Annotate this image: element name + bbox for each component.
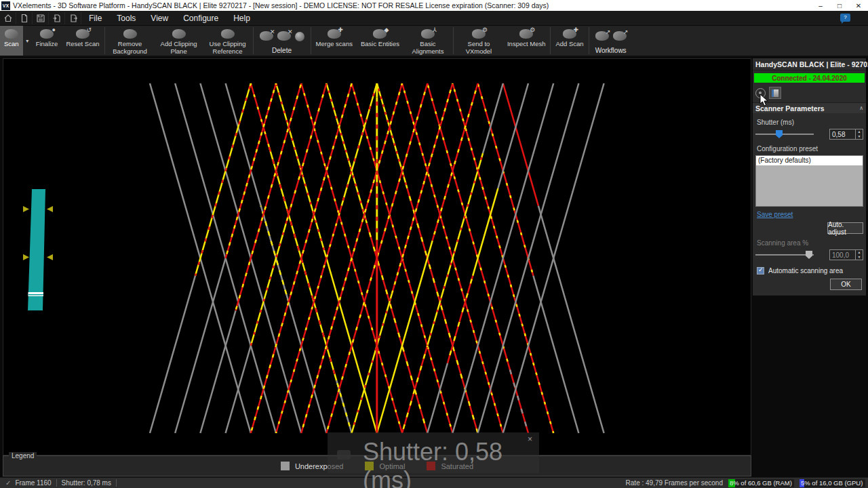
exposure-arrow-left-bottom-icon xyxy=(23,254,29,260)
camera-icon xyxy=(337,450,351,460)
shutter-slider[interactable] xyxy=(755,129,814,139)
shutter-slider-thumb[interactable] xyxy=(776,130,783,138)
hud-close-icon[interactable]: × xyxy=(528,434,532,444)
app-logo: VX xyxy=(1,1,10,10)
menu-tools[interactable]: Tools xyxy=(109,11,143,25)
scan-button[interactable]: Scan xyxy=(0,26,23,56)
merge-scans-button[interactable]: ✚ Merge scans xyxy=(312,26,357,56)
params-chevron-icon: ∧ xyxy=(859,105,863,111)
restore-button[interactable]: □ xyxy=(830,0,849,11)
delete-group-label: Delete xyxy=(272,47,292,54)
menu-bar: File Tools View Configure Help ? xyxy=(0,11,868,26)
scanner-parameters-header[interactable]: Scanner Parameters ∧ xyxy=(753,102,866,113)
scanner-panel: HandySCAN BLACK | Elite - 92702 ∧ Connec… xyxy=(753,58,866,477)
menu-configure[interactable]: Configure xyxy=(176,11,226,25)
send-to-vxmodel-button[interactable]: ⚙ Send to VXmodel xyxy=(454,26,503,56)
home-icon[interactable] xyxy=(0,12,16,24)
workflows-group: ↗ ↗ Workflows xyxy=(590,26,632,56)
finalize-button[interactable]: ● Finalize xyxy=(32,26,62,56)
laser-crosshatch-pattern xyxy=(150,83,604,433)
menu-file[interactable]: File xyxy=(81,11,109,25)
shutter-status: Shutter: 0,78 ms xyxy=(62,479,111,487)
mouse-cursor xyxy=(760,94,768,106)
gpu-gauge: 5% of 16,0 GB (GPU) xyxy=(800,479,865,487)
help-chat-icon[interactable]: ? xyxy=(840,14,850,22)
basic-alignments-button[interactable]: ⅄ Basic Alignments xyxy=(403,26,452,56)
scanning-area-slider xyxy=(755,250,814,260)
workflow-mesh-icon[interactable]: ↗ xyxy=(613,31,627,41)
add-scan-button[interactable]: ✚ Add Scan xyxy=(551,26,587,56)
scanning-area-value-field: 100,0 ▲▼ xyxy=(829,249,863,260)
menu-help[interactable]: Help xyxy=(226,11,258,25)
use-clipping-reference-icon xyxy=(221,29,235,39)
add-scan-icon: ✚ xyxy=(563,29,576,39)
remove-background-button[interactable]: Remove Background xyxy=(106,26,155,56)
reset-scan-button[interactable]: ↺ Reset Scan xyxy=(62,26,103,56)
laser-projection-canvas[interactable] xyxy=(3,59,751,455)
scan-viewport[interactable] xyxy=(3,58,751,455)
add-clipping-plane-button[interactable]: Add Clipping Plane xyxy=(155,26,203,56)
import-session-icon[interactable] xyxy=(49,12,65,24)
scanning-area-thumb xyxy=(806,251,812,259)
finalize-icon: ● xyxy=(40,29,54,39)
preset-listbox[interactable]: (Factory defaults) xyxy=(755,155,863,207)
scan-dropdown-caret[interactable]: ▾ xyxy=(23,26,32,56)
configuration-preset-label: Configuration preset xyxy=(757,145,866,152)
delete-scan-icon[interactable]: ✕ xyxy=(260,31,273,41)
connection-status-badge: Connected - 24.04.2020 xyxy=(754,73,865,83)
menu-view[interactable]: View xyxy=(143,11,176,25)
workspace: Shutter: 0,58 (ms) × Legend Underexposed… xyxy=(0,57,868,488)
delete-sphere-icon[interactable] xyxy=(295,32,304,41)
shutter-value-field[interactable]: 0,58 ▲▼ xyxy=(829,129,863,140)
automatic-scanning-area-checkbox[interactable] xyxy=(757,267,764,274)
scanning-area-spinner: ▲▼ xyxy=(855,250,863,260)
exposure-arrow-right-top-icon xyxy=(47,206,53,212)
basic-alignments-icon: ⅄ xyxy=(421,29,435,39)
shutter-spinner[interactable]: ▲▼ xyxy=(855,129,863,139)
scanner-image-button[interactable] xyxy=(769,87,781,99)
shutter-hud-text: Shutter: 0,58 (ms) xyxy=(363,438,539,488)
auto-adjust-button[interactable]: Auto. adjust xyxy=(827,222,863,234)
workflow-scan-icon[interactable]: ↗ xyxy=(595,31,609,41)
automatic-scanning-area-label: Automatic scanning area xyxy=(768,267,843,274)
exposure-arrow-right-bottom-icon xyxy=(47,254,53,260)
export-session-icon[interactable] xyxy=(65,12,81,24)
title-bar: VX VXelements - 3D Software Platform - H… xyxy=(0,0,868,11)
ribbon-toolbar: Scan ▾ ● Finalize ↺ Reset Scan Remove Ba… xyxy=(0,26,868,57)
scan-icon xyxy=(5,29,18,39)
legend-title: Legend xyxy=(9,452,37,460)
underexposed-swatch xyxy=(281,462,290,470)
status-check-icon: ✓ xyxy=(5,479,11,487)
ram-gauge: 8% of 60,6 GB (RAM) xyxy=(728,479,794,487)
scanner-panel-header[interactable]: HandySCAN BLACK | Elite - 92702 ∧ xyxy=(753,58,866,70)
new-session-icon[interactable] xyxy=(16,12,33,24)
inspect-mesh-icon: ⚙ xyxy=(519,29,533,39)
inspect-mesh-button[interactable]: ⚙ Inspect Mesh xyxy=(503,26,550,56)
add-clipping-plane-icon xyxy=(172,29,186,39)
shutter-hud-overlay: Shutter: 0,58 (ms) × xyxy=(328,432,539,473)
ok-button[interactable]: OK xyxy=(830,279,862,290)
reset-scan-icon: ↺ xyxy=(76,29,90,39)
window-title: VXelements - 3D Software Platform - Hand… xyxy=(13,1,549,9)
delete-points-icon[interactable]: ✕ xyxy=(277,31,291,41)
frame-counter: Frame 1160 xyxy=(15,479,51,487)
merge-scans-icon: ✚ xyxy=(328,29,341,39)
save-preset-link[interactable]: Save preset xyxy=(757,211,793,218)
frame-rate: Rate : 49,79 Frames per second xyxy=(626,479,723,487)
preset-selected-item[interactable]: (Factory defaults) xyxy=(756,156,863,165)
workflows-group-label: Workflows xyxy=(595,47,627,54)
save-session-icon[interactable] xyxy=(33,12,49,24)
close-button[interactable]: ✕ xyxy=(849,0,868,11)
exposure-arrow-left-top-icon xyxy=(23,206,29,212)
exposure-indicator-bar xyxy=(23,189,53,310)
minimize-button[interactable]: – xyxy=(811,0,830,11)
use-clipping-reference-button[interactable]: Use Clipping Reference xyxy=(203,26,252,56)
scanning-area-label: Scanning area % xyxy=(757,239,866,247)
basic-entities-icon: ◆ xyxy=(373,29,387,39)
send-to-vxmodel-icon: ⚙ xyxy=(472,29,486,39)
basic-entities-button[interactable]: ◆ Basic Entities xyxy=(357,26,403,56)
shutter-label: Shutter (ms) xyxy=(757,119,866,126)
delete-group: ✕ ✕ Delete xyxy=(254,26,310,56)
remove-background-icon xyxy=(123,29,137,39)
